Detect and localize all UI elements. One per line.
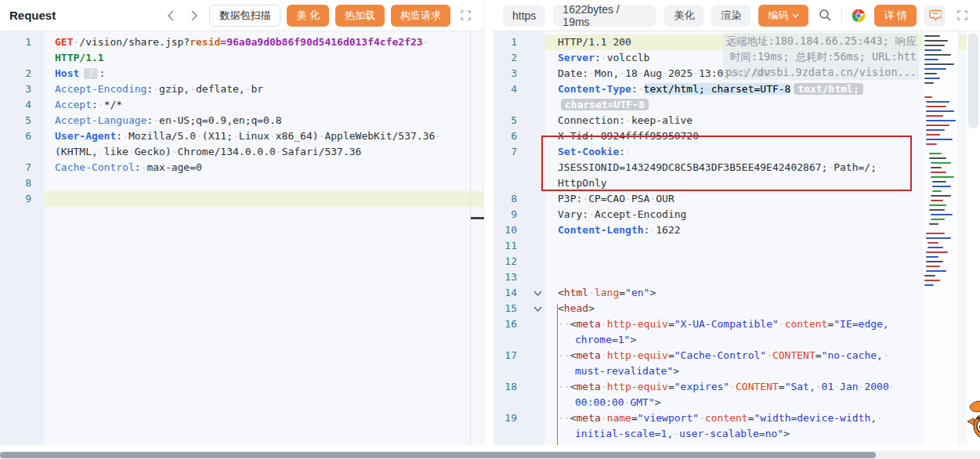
code-row: 8 xyxy=(0,175,483,191)
code-row: chrome=1"> xyxy=(494,332,980,348)
code-row: (KHTML,·like·Gecko)·Chrome/134.0.0.0·Saf… xyxy=(0,144,483,160)
code-row: 18··<meta·http-equiv="expires"·CONTENT="… xyxy=(494,379,980,395)
code-row: 1GET·/vision/share.jsp?resid=96a0a9d0b86… xyxy=(0,34,483,50)
beautify-response-button[interactable]: 美化 xyxy=(664,5,703,27)
code-row: HTTP/1.1 xyxy=(0,50,483,66)
response-scrollbar-thumb[interactable] xyxy=(968,33,978,128)
code-row: 14<html·lang="en"> xyxy=(494,285,980,301)
request-code-editor[interactable]: 1GET·/vision/share.jsp?resid=96a0a9d0b86… xyxy=(0,31,483,445)
code-row: 9 xyxy=(0,191,483,207)
code-row: 8P3P:·CP=CAO·PSA·OUR xyxy=(494,191,980,207)
toolbar-divider xyxy=(841,9,842,23)
response-code-editor[interactable]: 1HTTP/1.1·2002Server:·volcclb3Date:·Mon,… xyxy=(494,31,980,445)
code-row: 4Content-Type:·text/html;·charset=UTF-8t… xyxy=(494,81,980,97)
beautify-request-button[interactable]: 美 化 xyxy=(287,5,329,27)
hot-reload-button[interactable]: 热加载 xyxy=(335,5,385,27)
horizontal-scrollbar[interactable] xyxy=(0,451,980,459)
packet-scan-button[interactable]: 数据包扫描 xyxy=(209,5,280,27)
construct-request-button[interactable]: 构造请求 xyxy=(391,5,450,27)
code-row: 5Connection:·keep-alive xyxy=(494,113,980,128)
chrome-browser-icon[interactable] xyxy=(850,7,867,24)
code-row: initial-scale=1,·user-scalable=no"> xyxy=(494,426,980,442)
code-row: 6User-Agent:·Mozilla/5.0·(X11;·Linux·x86… xyxy=(0,128,483,144)
request-toolbar: Request 数据包扫描 美 化 热加载 构造请求 xyxy=(0,0,483,31)
timing-text: 时间:19ms; 总耗时:56ms; URL:htt xyxy=(725,49,917,64)
code-row: 3Accept-Encoding:·gzip,·deflate,·br xyxy=(0,81,483,97)
response-panel: https 1622bytes / 19ms 美化 渲染 编码 详 情 xyxy=(494,0,980,445)
http-debugger-window: { "colors": { "accent_orange": "#f0883f"… xyxy=(0,0,980,459)
code-row: 4Accept:·*/* xyxy=(0,97,483,113)
code-row: 00:00:00·GMT"> xyxy=(494,395,980,410)
code-row: 5Accept-Language:·en-US;q=0.9,en;q=0.8 xyxy=(0,113,483,128)
url-text: ps://dvsbi.9zdata.cn/vision... xyxy=(725,64,917,80)
encoding-dropdown-button[interactable]: 编码 xyxy=(758,5,808,27)
expand-request-icon[interactable] xyxy=(457,7,474,24)
indent-guide-line xyxy=(557,304,558,445)
code-row: charset=UTF-8 xyxy=(494,97,980,113)
next-packet-button[interactable] xyxy=(186,7,203,24)
request-panel: Request 数据包扫描 美 化 热加载 构造请求 1GET·/vision/… xyxy=(0,0,484,445)
prev-packet-button[interactable] xyxy=(162,7,179,24)
chevron-down-icon xyxy=(792,13,799,18)
assistant-mascot[interactable] xyxy=(963,399,980,448)
remote-address-text: 远端地址:180.184.66.25:443; 响应 xyxy=(725,33,917,49)
render-response-button[interactable]: 渲染 xyxy=(711,5,750,27)
code-row: 16··<meta·http-equiv="X-UA-Compatible"·c… xyxy=(494,316,980,332)
code-row: 13 xyxy=(494,269,980,285)
size-time-pill: 1622bytes / 19ms xyxy=(553,5,656,27)
response-toolbar: https 1622bytes / 19ms 美化 渲染 编码 详 情 xyxy=(494,0,980,31)
scheme-pill: https xyxy=(503,5,545,27)
code-row: 7Cache-Control:·max-age=0 xyxy=(0,160,483,175)
request-panel-title: Request xyxy=(9,9,56,22)
details-button[interactable]: 详 情 xyxy=(874,5,917,27)
code-row: 9Vary:·Accept-Encoding xyxy=(494,207,980,222)
code-row: 2Host?: xyxy=(0,66,483,81)
response-meta-overlay: 远端地址:180.184.66.25:443; 响应 时间:19ms; 总耗时:… xyxy=(723,33,919,80)
fold-chevron-icon[interactable] xyxy=(530,285,545,301)
fold-chevron-icon[interactable] xyxy=(530,301,545,316)
set-cookie-annotation-box xyxy=(541,136,912,191)
request-scrollbar-thumb[interactable] xyxy=(471,217,484,219)
code-row: 17··<meta·http-equiv="Cache-Control"·CON… xyxy=(494,348,980,363)
code-row: 15<head> xyxy=(494,301,980,316)
code-row: 19··<meta·name="viewport"·content="width… xyxy=(494,410,980,426)
code-minimap[interactable] xyxy=(923,31,959,445)
code-row: 20 xyxy=(494,442,980,445)
feedback-comment-icon[interactable] xyxy=(924,5,946,27)
request-editor-scrollbar[interactable] xyxy=(470,31,484,445)
response-editor-scrollbar[interactable] xyxy=(967,31,980,445)
code-row: must-revalidate"> xyxy=(494,363,980,379)
code-row: 11 xyxy=(494,238,980,254)
expand-response-icon[interactable] xyxy=(953,7,971,24)
search-icon[interactable] xyxy=(816,7,834,24)
horizontal-scrollbar-thumb[interactable] xyxy=(0,452,876,458)
code-row: 12 xyxy=(494,254,980,269)
code-row: 10Content-Length:·1622 xyxy=(494,222,980,238)
